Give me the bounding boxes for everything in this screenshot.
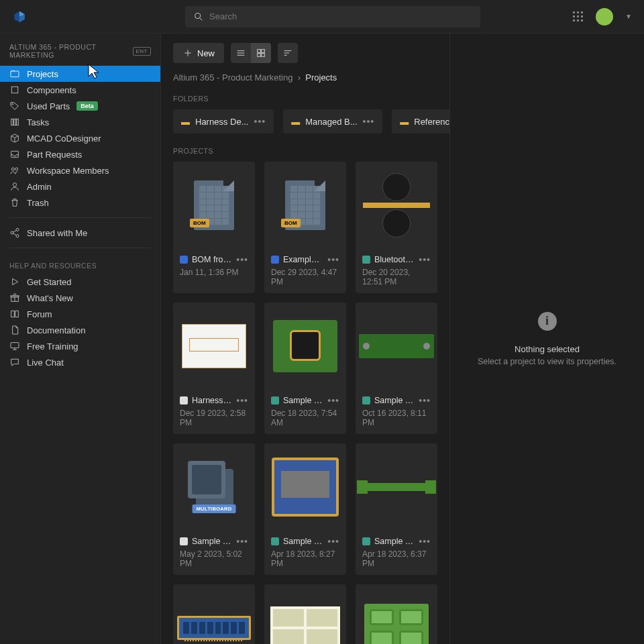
sidebar-item-components[interactable]: Components [0,82,160,98]
sidebar-item-forum[interactable]: Forum [0,306,160,322]
more-menu-icon[interactable]: ••• [419,536,431,547]
sidebar-item-used-parts[interactable]: Used PartsBeta [0,98,160,114]
project-title: Sample - Ka... [283,537,323,546]
project-thumbnail: BOM [264,162,346,249]
sidebar-item-tasks[interactable]: Tasks [0,114,160,130]
workspace-header[interactable]: ALTIUM 365 - PRODUCT MARKETING ENT [0,43,160,66]
svg-rect-8 [11,119,13,125]
svg-rect-29 [258,54,261,57]
project-thumbnail [264,584,346,644]
folder-name: Managed B... [305,117,357,127]
app-logo[interactable] [12,9,27,24]
project-card[interactable] [173,584,255,644]
more-menu-icon[interactable]: ••• [254,116,266,127]
project-title: Sample - Ka... [283,396,323,405]
project-card[interactable] [264,584,346,644]
search-icon [193,11,204,22]
search-input[interactable] [209,11,472,21]
folder-card[interactable]: ▬Harness De...••• [173,109,274,133]
user-menu-caret[interactable]: ▼ [625,13,632,20]
sidebar-label: Admin [27,182,52,192]
more-menu-icon[interactable]: ••• [236,254,248,265]
sidebar-section-help: HELP AND RESOURCES [0,255,160,274]
more-menu-icon[interactable]: ••• [419,395,431,406]
breadcrumb-root[interactable]: Altium 365 - Product Marketing [173,72,292,83]
apps-menu-icon[interactable] [573,11,584,22]
more-menu-icon[interactable]: ••• [327,395,339,406]
sidebar-item-trash[interactable]: Trash [0,195,160,211]
more-menu-icon[interactable]: ••• [327,536,339,547]
svg-rect-10 [17,119,19,125]
more-menu-icon[interactable]: ••• [236,536,248,547]
svg-point-7 [12,103,13,105]
project-thumbnail [264,303,346,390]
workspace-tier-badge: ENT [133,47,152,56]
more-menu-icon[interactable]: ••• [327,254,339,265]
folder-card[interactable]: ▬Reference D...••• [392,109,449,133]
project-thumbnail [356,303,437,390]
more-menu-icon[interactable]: ••• [236,395,248,406]
sidebar-item-admin[interactable]: Admin [0,178,160,195]
project-card[interactable]: Harness_De...•••Dec 19 2023, 2:58 PM [173,303,255,434]
sidebar-divider [9,248,151,248]
file-type-icon [362,537,370,545]
project-card[interactable]: MULTIBOARDSample - Ka...•••May 2 2023, 5… [173,443,255,575]
file-type-icon [180,537,188,545]
search-bar[interactable] [185,6,480,28]
sidebar-item-what-s-new[interactable]: What's New [0,290,160,306]
sidebar-label: Free Training [27,341,78,352]
sidebar-label: Tasks [27,117,49,127]
sidebar-item-mcad-codesigner[interactable]: MCAD CoDesigner [0,130,160,146]
user-avatar[interactable] [596,8,613,25]
project-date: Apr 18 2023, 6:37 PM [362,549,431,568]
breadcrumb: Altium 365 - Product Marketing › Project… [173,72,437,83]
columns-icon [9,117,20,127]
new-button[interactable]: New [173,43,224,63]
file-type-icon [180,396,188,405]
sidebar-label: Components [27,85,76,95]
sidebar-item-free-training[interactable]: Free Training [0,338,160,354]
sort-button[interactable] [278,43,298,63]
sidebar-label: What's New [27,293,73,303]
sidebar-item-get-started[interactable]: Get Started [0,274,160,290]
new-button-label: New [197,48,215,58]
trash-icon [9,197,20,208]
project-card[interactable]: Bluetooth_S...•••Dec 20 2023, 12:51 PM [356,162,437,293]
svg-rect-30 [262,54,265,57]
sidebar-item-live-chat[interactable]: Live Chat [0,354,160,370]
sidebar-label: Documentation [27,325,85,335]
sidebar-item-documentation[interactable]: Documentation [0,322,160,338]
svg-point-13 [15,168,18,170]
folder-name: Harness De... [195,117,248,127]
sidebar-item-workspace-members[interactable]: Workspace Members [0,162,160,178]
file-type-icon [271,256,279,264]
project-card[interactable]: Sample - Ka...•••Apr 18 2023, 8:27 PM [264,443,346,575]
project-title: Harness_De... [192,396,232,405]
project-title: BOM from S... [192,255,232,264]
project-card[interactable]: BOMExample BOM•••Dec 29 2023, 4:47 PM [264,162,346,293]
file-type-icon [362,256,370,264]
project-thumbnail [356,584,437,644]
project-card[interactable]: Sample - Ka...•••Oct 16 2023, 8:11 PM [356,303,437,434]
workspace-name: ALTIUM 365 - PRODUCT MARKETING [9,43,129,59]
more-menu-icon[interactable]: ••• [419,254,431,265]
project-thumbnail [264,443,346,531]
grid-view-button[interactable] [251,43,271,63]
folder-card[interactable]: ▬Managed B...••• [283,109,382,133]
sidebar-item-part-requests[interactable]: Part Requests [0,146,160,162]
sidebar-item-projects[interactable]: Projects [0,66,160,82]
details-panel: i Nothing selected Select a project to v… [449,34,644,644]
sidebar-label: MCAD CoDesigner [27,133,101,144]
inbox-icon [9,149,20,160]
sidebar-divider [9,217,151,218]
project-card[interactable]: Sample - Ka...•••Dec 18 2023, 7:54 AM [264,303,346,434]
list-view-button[interactable] [231,43,251,63]
project-card[interactable]: Sample - Ka...•••Apr 18 2023, 6:37 PM [356,443,437,575]
share-icon [9,227,20,238]
sidebar-item-shared[interactable]: Shared with Me [0,225,160,241]
project-card[interactable]: BOMBOM from S...•••Jan 11, 1:36 PM [173,162,255,293]
project-card[interactable] [356,584,437,644]
svg-point-12 [11,168,14,170]
svg-rect-27 [258,50,261,53]
more-menu-icon[interactable]: ••• [363,116,375,127]
